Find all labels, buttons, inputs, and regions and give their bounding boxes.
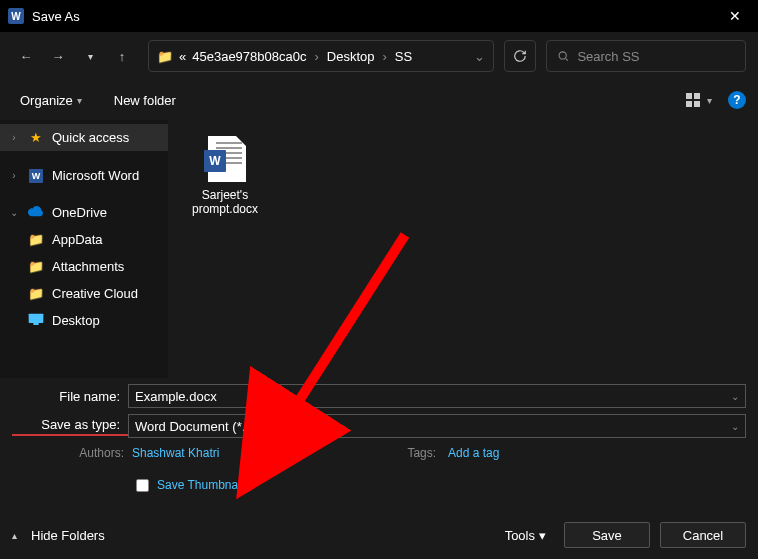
sidebar-item-label: Microsoft Word <box>52 168 139 183</box>
svg-rect-5 <box>694 101 700 107</box>
up-button[interactable]: ↑ <box>108 42 136 70</box>
address-bar[interactable]: 📁 « 45e3ae978b08ca0c › Desktop › SS ⌄ <box>148 40 494 72</box>
new-folder-button[interactable]: New folder <box>106 89 184 112</box>
sidebar-item-creative-cloud[interactable]: 📁 Creative Cloud <box>0 280 168 307</box>
help-button[interactable]: ? <box>728 91 746 109</box>
svg-line-1 <box>566 59 568 61</box>
tools-dropdown[interactable]: Tools ▾ <box>505 528 546 543</box>
file-label: Sarjeet's prompt.docx <box>184 188 266 216</box>
sidebar-item-label: Attachments <box>52 259 124 274</box>
filename-label: File name: <box>12 389 128 404</box>
svg-rect-6 <box>29 314 44 323</box>
crumb-prefix: « <box>179 49 186 64</box>
folder-icon: 📁 <box>28 259 44 274</box>
svg-rect-3 <box>694 93 700 99</box>
address-history-dropdown[interactable]: ⌄ <box>474 49 485 64</box>
cancel-button[interactable]: Cancel <box>660 522 746 548</box>
desktop-icon <box>28 313 44 328</box>
folder-icon: 📁 <box>28 286 44 301</box>
sidebar-item-quick-access[interactable]: › ★ Quick access <box>0 124 168 151</box>
window-title: Save As <box>32 9 80 24</box>
sidebar-item-appdata[interactable]: 📁 AppData <box>0 226 168 253</box>
collapse-icon[interactable]: ▴ <box>12 530 17 541</box>
sidebar-item-microsoft-word[interactable]: › W Microsoft Word <box>0 161 168 189</box>
new-folder-label: New folder <box>114 93 176 108</box>
sidebar: › ★ Quick access › W Microsoft Word ⌄ On… <box>0 120 168 378</box>
refresh-button[interactable] <box>504 40 536 72</box>
chevron-down-icon: ▾ <box>77 95 82 106</box>
chevron-right-icon: › <box>381 49 389 64</box>
save-as-type-value: Word Document (*.docx) <box>135 419 277 434</box>
forward-button[interactable]: → <box>44 42 72 70</box>
sidebar-item-label: AppData <box>52 232 103 247</box>
filename-value: Example.docx <box>135 389 217 404</box>
star-icon: ★ <box>28 130 44 145</box>
sidebar-item-label: Quick access <box>52 130 129 145</box>
organize-label: Organize <box>20 93 73 108</box>
save-thumbnail-label[interactable]: Save Thumbnail <box>157 478 244 492</box>
chevron-down-icon: ▾ <box>539 528 546 543</box>
folder-icon: 📁 <box>28 232 44 247</box>
hide-folders-button[interactable]: Hide Folders <box>31 528 105 543</box>
tools-label: Tools <box>505 528 535 543</box>
save-as-type-dropdown[interactable]: Word Document (*.docx) ⌄ <box>128 414 746 438</box>
file-item[interactable]: W Sarjeet's prompt.docx <box>180 132 270 220</box>
sidebar-item-desktop[interactable]: Desktop <box>0 307 168 334</box>
breadcrumb-segment[interactable]: 45e3ae978b08ca0c <box>192 49 306 64</box>
files-pane[interactable]: W Sarjeet's prompt.docx <box>168 120 758 378</box>
breadcrumb-segment[interactable]: SS <box>395 49 412 64</box>
close-button[interactable]: ✕ <box>712 0 758 32</box>
svg-rect-7 <box>33 323 38 325</box>
search-box[interactable] <box>546 40 746 72</box>
sidebar-item-label: Creative Cloud <box>52 286 138 301</box>
tags-value[interactable]: Add a tag <box>448 446 499 460</box>
chevron-down-icon[interactable]: ⌄ <box>731 391 739 402</box>
breadcrumb-segment[interactable]: Desktop <box>327 49 375 64</box>
save-button[interactable]: Save <box>564 522 650 548</box>
search-input[interactable] <box>577 49 735 64</box>
save-thumbnail-checkbox[interactable] <box>136 479 149 492</box>
tags-label: Tags: <box>407 446 436 460</box>
chevron-right-icon[interactable]: › <box>8 132 20 143</box>
back-button[interactable]: ← <box>12 42 40 70</box>
sidebar-item-onedrive[interactable]: ⌄ OneDrive <box>0 199 168 226</box>
authors-label: Authors: <box>68 446 124 460</box>
sidebar-item-label: Desktop <box>52 313 100 328</box>
chevron-down-icon: ▾ <box>707 95 712 106</box>
svg-rect-4 <box>686 101 692 107</box>
authors-value[interactable]: Shashwat Khatri <box>132 446 219 460</box>
chevron-right-icon[interactable]: › <box>8 170 20 181</box>
docx-file-icon: W <box>204 136 246 184</box>
svg-rect-2 <box>686 93 692 99</box>
filename-input[interactable]: Example.docx ⌄ <box>128 384 746 408</box>
chevron-down-icon[interactable]: ⌄ <box>731 421 739 432</box>
cloud-icon <box>28 205 44 220</box>
chevron-down-icon[interactable]: ⌄ <box>8 207 20 218</box>
chevron-right-icon: › <box>312 49 320 64</box>
folder-icon: 📁 <box>157 49 173 64</box>
view-options-button[interactable]: ▾ <box>685 92 712 108</box>
sidebar-item-label: OneDrive <box>52 205 107 220</box>
organize-button[interactable]: Organize ▾ <box>12 89 90 112</box>
word-app-icon: W <box>8 8 24 24</box>
sidebar-item-attachments[interactable]: 📁 Attachments <box>0 253 168 280</box>
word-icon: W <box>29 169 43 183</box>
recent-dropdown[interactable]: ▾ <box>76 42 104 70</box>
view-icon <box>685 92 701 108</box>
save-as-type-label: Save as type: <box>12 417 128 436</box>
svg-point-0 <box>559 52 566 59</box>
search-icon <box>557 49 569 63</box>
